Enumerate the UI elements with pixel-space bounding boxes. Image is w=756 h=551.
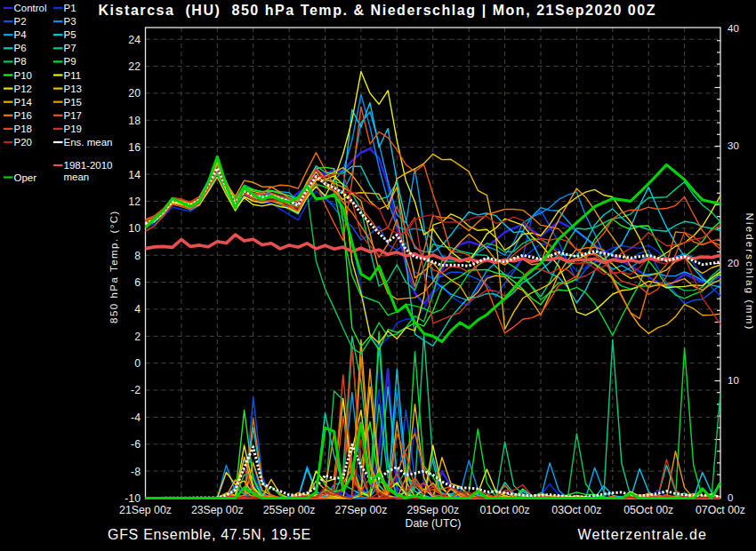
svg-text:-4: -4 xyxy=(131,411,141,424)
svg-text:-2: -2 xyxy=(131,384,141,396)
svg-text:P3: P3 xyxy=(64,16,76,27)
svg-text:Oper: Oper xyxy=(14,172,37,183)
svg-text:P12: P12 xyxy=(14,84,32,94)
svg-text:P9: P9 xyxy=(64,56,76,67)
svg-text:10: 10 xyxy=(728,375,739,386)
svg-text:GFS Ensemble, 47.5N, 19.5E: GFS Ensemble, 47.5N, 19.5E xyxy=(108,527,311,542)
svg-text:12: 12 xyxy=(128,196,141,208)
svg-text:P2: P2 xyxy=(14,16,27,27)
svg-text:P13: P13 xyxy=(64,84,82,94)
svg-text:1981-2010: 1981-2010 xyxy=(64,160,113,171)
svg-text:Wetterzentrale.de: Wetterzentrale.de xyxy=(578,527,708,542)
svg-text:Niederschlag (mm): Niederschlag (mm) xyxy=(744,213,755,331)
svg-text:23Sep 00z: 23Sep 00z xyxy=(191,504,244,516)
svg-text:40: 40 xyxy=(728,23,739,34)
svg-text:6: 6 xyxy=(134,276,141,289)
svg-text:20: 20 xyxy=(728,258,739,268)
svg-text:P15: P15 xyxy=(64,97,82,108)
svg-text:01Oct 00z: 01Oct 00z xyxy=(480,504,530,516)
svg-text:Ens. mean: Ens. mean xyxy=(64,137,113,148)
svg-text:10: 10 xyxy=(128,222,141,235)
svg-text:29Sep 00z: 29Sep 00z xyxy=(406,504,459,516)
svg-text:P1: P1 xyxy=(64,3,76,13)
svg-text:-6: -6 xyxy=(131,438,141,451)
svg-text:P18: P18 xyxy=(14,124,32,134)
svg-text:P20: P20 xyxy=(14,137,32,148)
svg-text:0: 0 xyxy=(134,357,141,370)
svg-text:20: 20 xyxy=(128,87,141,100)
svg-text:P7: P7 xyxy=(64,43,76,53)
svg-text:22: 22 xyxy=(128,60,141,73)
svg-text:P6: P6 xyxy=(14,43,27,53)
svg-text:27Sep 00z: 27Sep 00z xyxy=(334,504,387,516)
svg-text:16: 16 xyxy=(128,141,141,154)
svg-text:P14: P14 xyxy=(14,97,33,108)
svg-text:P10: P10 xyxy=(14,70,32,81)
svg-text:14: 14 xyxy=(128,169,141,181)
svg-text:P19: P19 xyxy=(64,124,82,134)
svg-text:850 hPa Temp. (°C): 850 hPa Temp. (°C) xyxy=(109,210,119,323)
svg-text:P8: P8 xyxy=(14,56,27,67)
svg-text:18: 18 xyxy=(128,115,141,127)
svg-text:30: 30 xyxy=(728,140,739,151)
svg-text:8: 8 xyxy=(134,250,141,262)
svg-text:P11: P11 xyxy=(64,70,82,81)
svg-text:21Sep 00z: 21Sep 00z xyxy=(119,504,172,516)
svg-text:24: 24 xyxy=(128,34,141,46)
svg-text:0: 0 xyxy=(728,492,733,503)
svg-text:P17: P17 xyxy=(64,110,82,121)
svg-text:2: 2 xyxy=(134,331,141,343)
svg-text:P4: P4 xyxy=(14,29,28,40)
svg-text:mean: mean xyxy=(64,172,90,182)
svg-text:-8: -8 xyxy=(131,466,141,478)
svg-text:Date (UTC): Date (UTC) xyxy=(406,517,462,530)
svg-text:05Oct 00z: 05Oct 00z xyxy=(623,504,673,516)
svg-text:25Sep 00z: 25Sep 00z xyxy=(263,504,316,516)
svg-text:P5: P5 xyxy=(64,29,76,40)
svg-text:03Oct 00z: 03Oct 00z xyxy=(551,504,601,516)
svg-text:Kistarcsa (HU) 850 hPa Temp.: Kistarcsa (HU) 850 hPa Temp. & Niedersch… xyxy=(99,3,657,18)
svg-text:P16: P16 xyxy=(14,110,32,121)
svg-text:07Oct 00z: 07Oct 00z xyxy=(696,504,745,516)
svg-text:Control: Control xyxy=(14,3,47,13)
svg-text:4: 4 xyxy=(134,303,141,315)
